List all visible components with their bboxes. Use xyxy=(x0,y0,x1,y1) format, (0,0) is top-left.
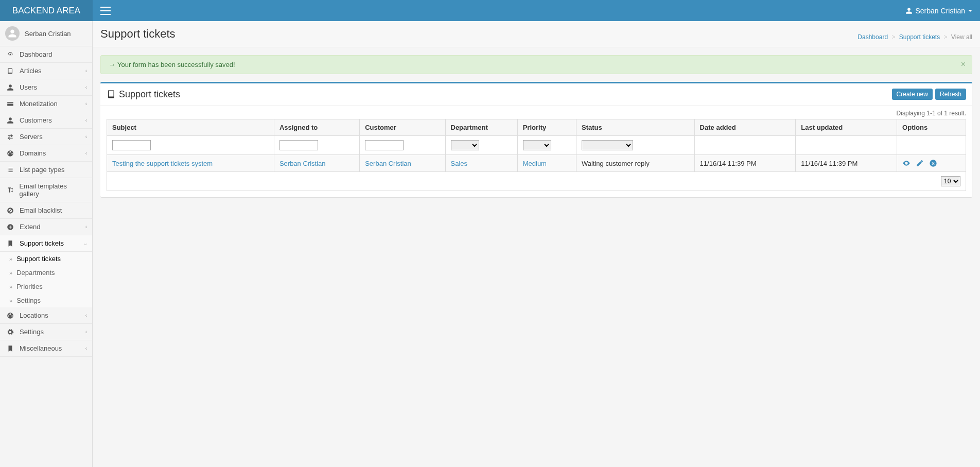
panel-title-text: Support tickets xyxy=(119,89,180,100)
alert-message: Your form has been successfully saved! xyxy=(117,61,235,68)
column-header[interactable]: Subject xyxy=(107,119,274,136)
priority-link[interactable]: Medium xyxy=(523,160,547,167)
sidebar-item-list-page-types[interactable]: List page types xyxy=(0,162,92,178)
chevron-left-icon: ‹ xyxy=(85,150,87,156)
column-header[interactable]: Customer xyxy=(360,119,445,136)
sidebar-item-label: Dashboard xyxy=(20,50,52,58)
sidebar-item-monetization[interactable]: Monetization‹ xyxy=(0,96,92,112)
breadcrumb-sep: > xyxy=(944,33,948,41)
arrow-right-icon: → xyxy=(109,61,115,68)
column-header[interactable]: Options xyxy=(897,119,966,136)
book-icon xyxy=(6,67,14,75)
sidebar-item-label: Users xyxy=(20,83,37,91)
brand-logo[interactable]: BACKEND AREA xyxy=(0,0,93,21)
breadcrumb-sep: > xyxy=(891,33,895,41)
text-height-icon xyxy=(6,186,14,194)
sidebar-item-label: Email templates gallery xyxy=(19,182,86,198)
column-header[interactable]: Assigned to xyxy=(274,119,359,136)
table-header-row: SubjectAssigned toCustomerDepartmentPrio… xyxy=(107,119,966,136)
refresh-button[interactable]: Refresh xyxy=(935,89,966,100)
chevron-left-icon: ‹ xyxy=(85,101,87,107)
filter-department-select[interactable] xyxy=(451,140,479,150)
filter-assigned-input[interactable] xyxy=(279,140,318,150)
sidebar: Serban Cristian DashboardArticles‹Users‹… xyxy=(0,21,93,205)
alert-success: → Your form has been successfully saved!… xyxy=(100,55,972,74)
department-link[interactable]: Sales xyxy=(451,160,468,167)
sidebar-item-label: Monetization xyxy=(20,100,58,108)
sidebar-item-label: Customers xyxy=(20,116,52,124)
avatar xyxy=(5,26,20,41)
top-navbar: Serban Cristian xyxy=(93,0,980,21)
top-header: BACKEND AREA Serban Cristian xyxy=(0,0,980,21)
result-info: Displaying 1-1 of 1 result. xyxy=(100,106,972,119)
page-title: Support tickets xyxy=(100,27,176,41)
content: → Your form has been successfully saved!… xyxy=(93,47,980,205)
sidebar-item-email-templates-gallery[interactable]: Email templates gallery xyxy=(0,178,92,202)
chevron-left-icon: ‹ xyxy=(85,134,87,140)
sidebar-item-servers[interactable]: Servers‹ xyxy=(0,129,92,145)
sidebar-item-articles[interactable]: Articles‹ xyxy=(0,63,92,79)
list-icon xyxy=(6,166,14,174)
table-row: Testing the support tickets systemSerban… xyxy=(107,155,966,172)
filter-priority-select[interactable] xyxy=(523,140,551,150)
credit-card-icon xyxy=(6,100,14,108)
column-header[interactable]: Priority xyxy=(517,119,576,136)
chevron-left-icon: ‹ xyxy=(85,117,87,123)
breadcrumb-leaf: View all xyxy=(951,33,972,41)
view-icon[interactable] xyxy=(902,159,911,167)
content-header: Support tickets Dashboard > Support tick… xyxy=(93,21,980,47)
sidebar-item-label: List page types xyxy=(20,166,64,174)
column-header[interactable]: Department xyxy=(445,119,517,136)
status-cell: Waiting customer reply xyxy=(576,155,694,172)
create-new-button[interactable]: Create new xyxy=(892,89,933,100)
edit-icon[interactable] xyxy=(916,159,924,167)
column-header[interactable]: Date added xyxy=(694,119,796,136)
sidebar-item-label: Domains xyxy=(20,149,46,157)
panel-header: Support tickets Create new Refresh xyxy=(100,83,972,106)
globe-icon xyxy=(6,150,14,157)
sidebar-user: Serban Cristian xyxy=(0,21,92,46)
customer-link[interactable]: Serban Cristian xyxy=(365,160,411,167)
tachometer-icon xyxy=(6,51,14,58)
sidebar-item-dashboard[interactable]: Dashboard xyxy=(0,46,92,63)
transfer-icon xyxy=(6,133,14,141)
breadcrumb-dashboard[interactable]: Dashboard xyxy=(857,33,888,41)
date-added-cell: 11/16/14 11:39 PM xyxy=(694,155,796,172)
table-footer-row: 10 xyxy=(107,172,966,191)
tickets-table: SubjectAssigned toCustomerDepartmentPrio… xyxy=(107,119,966,191)
breadcrumb: Dashboard > Support tickets > View all xyxy=(857,33,972,41)
book-icon xyxy=(107,90,116,99)
column-header[interactable]: Status xyxy=(576,119,694,136)
sidebar-item-users[interactable]: Users‹ xyxy=(0,79,92,96)
sidebar-item-label: Articles xyxy=(20,67,42,75)
user-icon xyxy=(6,84,14,91)
user-icon xyxy=(6,117,14,124)
page-size-select[interactable]: 10 xyxy=(941,176,960,186)
user-menu-name: Serban Cristian xyxy=(916,7,966,15)
filter-customer-input[interactable] xyxy=(365,140,404,150)
sidebar-item-label: Servers xyxy=(20,133,43,141)
user-menu[interactable]: Serban Cristian xyxy=(905,7,973,15)
breadcrumb-section[interactable]: Support tickets xyxy=(899,33,940,41)
user-icon xyxy=(905,7,913,14)
panel-tools: Create new Refresh xyxy=(892,89,966,100)
sidebar-item-email-blacklist[interactable]: Email blacklist xyxy=(0,202,92,205)
filter-status-select[interactable] xyxy=(582,140,633,150)
last-updated-cell: 11/16/14 11:39 PM xyxy=(796,155,897,172)
assigned-link[interactable]: Serban Cristian xyxy=(279,160,326,167)
chevron-left-icon: ‹ xyxy=(85,84,87,90)
main: Support tickets Dashboard > Support tick… xyxy=(93,0,980,205)
delete-icon[interactable] xyxy=(929,159,937,167)
alert-close-button[interactable]: × xyxy=(961,60,966,69)
sidebar-item-domains[interactable]: Domains‹ xyxy=(0,145,92,162)
chevron-left-icon: ‹ xyxy=(85,68,87,74)
filter-subject-input[interactable] xyxy=(112,140,151,150)
sidebar-item-customers[interactable]: Customers‹ xyxy=(0,112,92,129)
sidebar-user-name: Serban Cristian xyxy=(25,30,71,38)
ticket-subject-link[interactable]: Testing the support tickets system xyxy=(112,160,213,167)
tickets-panel: Support tickets Create new Refresh Displ… xyxy=(100,82,972,197)
column-header[interactable]: Last updated xyxy=(796,119,897,136)
panel-title: Support tickets xyxy=(107,89,180,100)
table-filter-row xyxy=(107,136,966,155)
hamburger-icon[interactable] xyxy=(100,7,111,15)
